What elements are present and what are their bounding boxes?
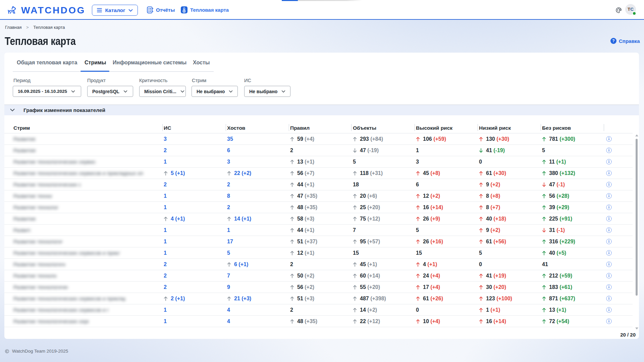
svg-text:?: ? [612,39,614,43]
